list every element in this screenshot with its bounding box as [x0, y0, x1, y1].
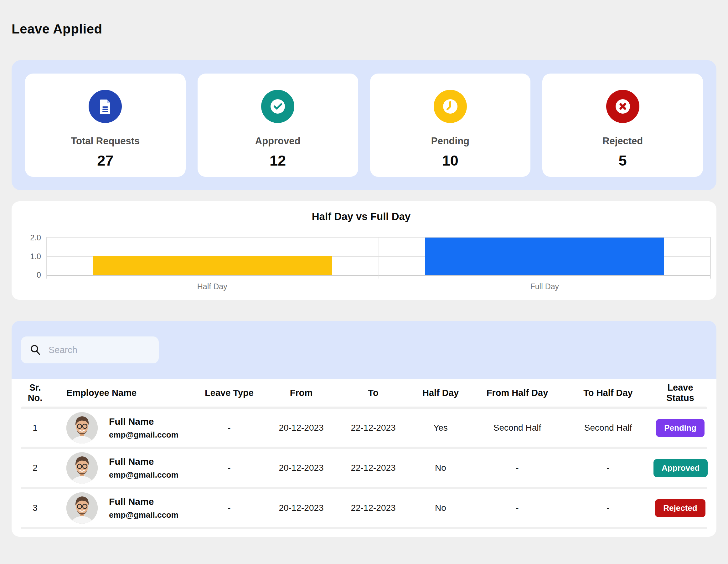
chart-title: Half Day vs Full Day	[12, 211, 711, 223]
leave-applied-page: Leave Applied Total Requests 27	[0, 23, 728, 537]
row-divider	[21, 487, 707, 489]
stat-card-total-requests: Total Requests 27	[25, 74, 186, 177]
chart-plot-area: 2.0 1.0 0 Half Day Full Day	[12, 237, 711, 291]
employee-name: Full Name	[109, 496, 178, 507]
to-date: 22-12-2023	[337, 423, 409, 433]
table-header-row: Sr. No. Employee Name Leave Type From To…	[12, 379, 716, 406]
y-tick: 1.0	[16, 252, 46, 261]
column-header-half-day: Half Day	[409, 388, 472, 398]
to-date: 22-12-2023	[337, 503, 409, 513]
to-date: 22-12-2023	[337, 463, 409, 473]
column-header-leave-status: Leave Status	[653, 382, 707, 403]
employee-name: Full Name	[109, 456, 178, 467]
y-tick: 0	[16, 271, 46, 280]
employee-email: emp@gmail.ccom	[109, 470, 178, 480]
sr-no: 2	[21, 463, 49, 473]
stat-label: Approved	[255, 136, 301, 147]
leave-type: -	[193, 463, 265, 473]
stat-card-pending: Pending 10	[370, 74, 531, 177]
y-tick: 2.0	[16, 233, 46, 242]
from-half-day: -	[472, 503, 563, 513]
half-day: No	[409, 463, 472, 473]
stat-card-approved: Approved 12	[198, 74, 358, 177]
table-toolbar	[12, 321, 716, 379]
stats-panel: Total Requests 27 Approved 12 Pending 10	[12, 60, 716, 190]
stat-label: Pending	[431, 136, 469, 147]
stat-label: Total Requests	[71, 136, 140, 147]
employee-email: emp@gmail.ccom	[109, 430, 178, 440]
avatar	[66, 412, 98, 443]
column-header-sr-no: Sr. No.	[21, 382, 49, 403]
search-icon	[29, 344, 42, 356]
row-divider	[21, 527, 707, 529]
check-icon	[261, 90, 294, 123]
stat-value: 12	[270, 152, 286, 169]
column-header-employee-name: Employee Name	[49, 388, 193, 398]
to-half-day: -	[563, 463, 653, 473]
page-title: Leave Applied	[12, 23, 716, 36]
status-badge: Pending	[656, 419, 705, 437]
column-header-leave-type: Leave Type	[193, 388, 265, 398]
x-tick-full-day: Full Day	[379, 282, 711, 291]
from-half-day: -	[472, 463, 563, 473]
avatar	[66, 452, 98, 484]
column-header-to: To	[337, 388, 409, 398]
row-divider	[21, 406, 707, 409]
table-row: 2 Fu	[12, 449, 716, 487]
employee-name: Full Name	[109, 416, 178, 427]
leave-table-card: Sr. No. Employee Name Leave Type From To…	[12, 321, 716, 537]
leave-type: -	[193, 503, 265, 513]
stat-card-rejected: Rejected 5	[542, 74, 703, 177]
employee-email: emp@gmail.ccom	[109, 510, 178, 520]
to-half-day: -	[563, 503, 653, 513]
to-half-day: Second Half	[563, 423, 653, 433]
column-header-from-half-day: From Half Day	[472, 388, 563, 398]
status-badge: Approved	[653, 459, 708, 477]
search-box[interactable]	[21, 336, 159, 363]
cross-icon	[606, 90, 639, 123]
bar-full-day	[425, 238, 664, 275]
half-day: Yes	[409, 423, 472, 433]
sr-no: 1	[21, 423, 49, 433]
half-day-vs-full-day-chart: Half Day vs Full Day 2.0 1.0 0 Half Day …	[12, 201, 716, 300]
column-header-from: From	[265, 388, 337, 398]
from-date: 20-12-2023	[265, 503, 337, 513]
stat-value: 27	[97, 152, 113, 169]
x-tick-half-day: Half Day	[46, 282, 379, 291]
row-divider	[21, 447, 707, 449]
leave-type: -	[193, 423, 265, 433]
status-badge: Rejected	[655, 499, 705, 517]
stat-value: 10	[442, 152, 458, 169]
bar-half-day	[93, 256, 332, 275]
from-date: 20-12-2023	[265, 463, 337, 473]
sr-no: 3	[21, 503, 49, 513]
stat-value: 5	[619, 152, 627, 169]
stat-label: Rejected	[602, 136, 643, 147]
clock-icon	[434, 90, 467, 123]
document-icon	[89, 90, 122, 123]
table-row: 3 Fu	[12, 489, 716, 527]
half-day: No	[409, 503, 472, 513]
table-row: 1 Fu	[12, 409, 716, 447]
from-half-day: Second Half	[472, 423, 563, 433]
column-header-to-half-day: To Half Day	[563, 388, 653, 398]
search-input[interactable]	[49, 345, 151, 355]
avatar	[66, 492, 98, 524]
from-date: 20-12-2023	[265, 423, 337, 433]
